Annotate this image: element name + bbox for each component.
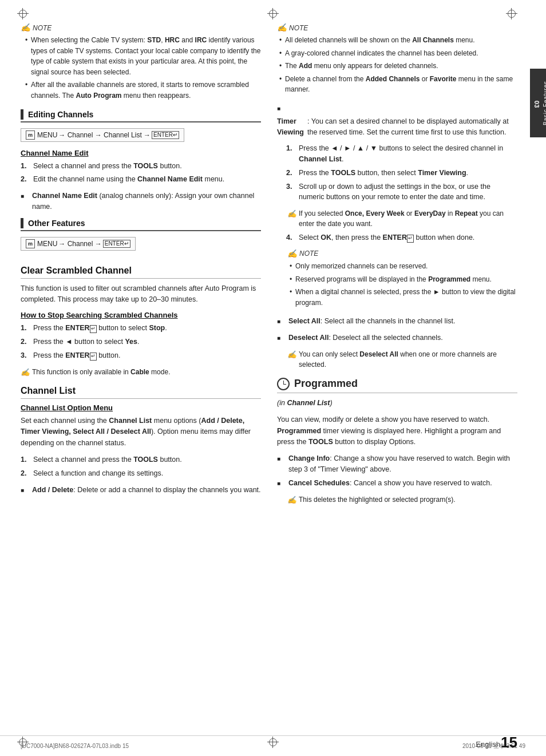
timer-viewing-list: Timer Viewing: You can set a desired cha… bbox=[277, 103, 517, 138]
programmed-body: You can view, modify or delete a show yo… bbox=[277, 414, 517, 448]
footer-left-text: [UC7000-NA]BN68-02627A-07L03.indb 15 bbox=[21, 743, 129, 749]
clear-scrambled-section: Clear Scrambled Channel This function is… bbox=[21, 266, 261, 378]
note-sym-2: ✍ bbox=[287, 208, 296, 220]
timer-step-1: 1. Press the ◄ / ► / ▲ / ▼ buttons to se… bbox=[286, 143, 517, 165]
other-features-header: Other Features bbox=[21, 218, 261, 231]
page: 03 Basic Features ✍ NOTE When selecting … bbox=[0, 0, 546, 756]
note-icon: ✍ bbox=[21, 23, 30, 33]
channel-list-option-body: Set each channel using the Channel List … bbox=[21, 415, 261, 449]
top-center-crosshair bbox=[267, 8, 279, 19]
note-sym-1: ✍ bbox=[21, 367, 30, 378]
channel-list-steps: 1. Select a channel and press the TOOLS … bbox=[21, 454, 261, 479]
other-features-arrow: → Channel → bbox=[58, 240, 101, 248]
timer-viewing-item: Timer Viewing: You can set a desired cha… bbox=[277, 103, 517, 138]
programmed-header: Programmed bbox=[277, 378, 517, 393]
timer-step-2: 2. Press the TOOLS button, then select T… bbox=[286, 168, 517, 179]
channel-list-step-2: 2. Select a function and change its sett… bbox=[21, 468, 261, 479]
main-content: ✍ NOTE When selecting the Cable TV syste… bbox=[0, 0, 546, 526]
clear-scrambled-title: Clear Scrambled Channel bbox=[21, 266, 261, 279]
select-all-item: Select All: Select all the channels in t… bbox=[277, 316, 517, 327]
top-left-crosshair bbox=[17, 8, 29, 19]
timer-note-item2: Reserved programs will be displayed in t… bbox=[290, 274, 517, 285]
clock-icon bbox=[277, 378, 290, 390]
timer-step-4: 4. Select OK, then press the ENTER↵ butt… bbox=[286, 232, 517, 243]
menu-icon: m bbox=[26, 130, 35, 140]
footer-language: English bbox=[476, 740, 500, 749]
channel-list-title: Channel List bbox=[21, 386, 261, 399]
clear-scrambled-steps: 1. Press the ENTER↵ button to select Sto… bbox=[21, 323, 261, 361]
timer-note-header: ✍ NOTE bbox=[287, 249, 517, 259]
editing-channels-header: Editing Channels bbox=[21, 109, 261, 122]
editing-channels-steps: 1. Select a channel and press the TOOLS … bbox=[21, 161, 261, 185]
programmed-bullets: Change Info: Change a show you have rese… bbox=[277, 453, 517, 488]
channel-name-edit-heading: Channel Name Edit bbox=[21, 149, 261, 157]
cancel-schedules-note: ✍ This deletes the highlighted or select… bbox=[277, 494, 517, 506]
deselect-all-list: Deselect All: Deselect all the selected … bbox=[277, 333, 517, 343]
editing-channels-title: Editing Channels bbox=[28, 110, 93, 119]
other-features-menu-text: MENU bbox=[37, 240, 57, 248]
cancel-schedules-item: Cancel Schedules: Cancel a show you have… bbox=[277, 478, 517, 489]
right-note1-header: ✍ NOTE bbox=[277, 23, 517, 33]
enter-icon-2: ENTER↵ bbox=[103, 240, 130, 248]
timer-note: ✍ NOTE Only memorized channels can be re… bbox=[277, 249, 517, 308]
menu-icon-2: m bbox=[26, 239, 35, 248]
note-sym-4: ✍ bbox=[287, 494, 296, 506]
clear-scrambled-body: This function is used to filter out scra… bbox=[21, 283, 261, 306]
channel-list-bullets: Add / Delete: Delete or add a channel to… bbox=[21, 485, 261, 496]
timer-step4-list: 4. Select OK, then press the ENTER↵ butt… bbox=[277, 232, 517, 243]
deselect-all-note: ✍ You can only select Deselect All when … bbox=[277, 349, 517, 370]
right-note1-item2: A gray-colored channel indicates the cha… bbox=[279, 48, 517, 59]
right-note1-list: All deleted channels will be shown on th… bbox=[277, 35, 517, 95]
channel-name-edit-note-list: Channel Name Edit (analog channels only)… bbox=[21, 191, 261, 212]
left-note1-item1: When selecting the Cable TV system: STD,… bbox=[25, 35, 261, 77]
left-column: ✍ NOTE When selecting the Cable TV syste… bbox=[21, 23, 261, 509]
left-note1-item2: After all the available channels are sto… bbox=[25, 80, 261, 101]
editing-step-2: 2. Edit the channel name using the Chann… bbox=[21, 174, 261, 185]
clear-scrambled-step-3: 3. Press the ENTER↵ button. bbox=[21, 350, 261, 361]
change-info-item: Change Info: Change a show you have rese… bbox=[277, 453, 517, 475]
clear-scrambled-note: ✍ This function is only available in Cab… bbox=[21, 367, 261, 378]
left-note1-list: When selecting the Cable TV system: STD,… bbox=[21, 35, 261, 101]
editing-channels-arrow1: → Channel → Channel List → bbox=[58, 131, 151, 139]
section-bar-2 bbox=[21, 218, 23, 228]
left-note1-header: ✍ NOTE bbox=[21, 23, 261, 33]
editing-channels-menu-text: MENU bbox=[37, 131, 57, 139]
other-features-menu-path: m MENU → Channel → ENTER↵ bbox=[21, 237, 136, 251]
right-note1-item3: The Add menu only appears for deleted ch… bbox=[279, 61, 517, 72]
channel-name-edit-note: Channel Name Edit (analog channels only)… bbox=[21, 191, 261, 212]
right-note1: ✍ NOTE All deleted channels will be show… bbox=[277, 23, 517, 95]
timer-note-item3: When a digital channel is selected, pres… bbox=[290, 287, 517, 308]
channel-list-option-heading: Channel List Option Menu bbox=[21, 403, 261, 412]
footer: [UC7000-NA]BN68-02627A-07L03.indb 15 201… bbox=[0, 735, 546, 756]
timer-step3-note: ✍ If you selected Once, Every Week or Ev… bbox=[277, 208, 517, 229]
right-note1-item1: All deleted channels will be shown on th… bbox=[279, 35, 517, 46]
select-all-list: Select All: Select all the channels in t… bbox=[277, 316, 517, 327]
timer-note-list: Only memorized channels can be reserved.… bbox=[287, 261, 517, 308]
note-icon-timer: ✍ bbox=[287, 249, 297, 259]
clear-scrambled-step-2: 2. Press the ◄ button to select Yes. bbox=[21, 337, 261, 347]
channel-list-step-1: 1. Select a channel and press the TOOLS … bbox=[21, 454, 261, 465]
timer-viewing-steps: 1. Press the ◄ / ► / ▲ / ▼ buttons to se… bbox=[277, 143, 517, 203]
other-features-title: Other Features bbox=[28, 219, 85, 228]
timer-note-item1: Only memorized channels can be reserved. bbox=[290, 261, 517, 272]
left-note1-title: NOTE bbox=[33, 24, 52, 32]
editing-step-1: 1. Select a channel and press the TOOLS … bbox=[21, 161, 261, 172]
programmed-subtitle: (in Channel List) bbox=[277, 398, 517, 409]
timer-step-3: 3. Scroll up or down to adjust the setti… bbox=[286, 181, 517, 203]
how-to-stop-heading: How to Stop Searching Scrambled Channels bbox=[21, 311, 261, 319]
chapter-number: 03 bbox=[533, 100, 540, 108]
channel-list-section: Channel List Channel List Option Menu Se… bbox=[21, 386, 261, 495]
page-number: 15 bbox=[501, 734, 517, 751]
timer-note-title: NOTE bbox=[299, 250, 318, 258]
enter-icon: ENTER↵ bbox=[152, 131, 179, 139]
note-icon-right: ✍ bbox=[277, 23, 287, 33]
deselect-all-item: Deselect All: Deselect all the selected … bbox=[277, 333, 517, 343]
section-bar bbox=[21, 109, 23, 120]
right-note1-title: NOTE bbox=[289, 24, 308, 32]
programmed-section: Programmed (in Channel List) You can vie… bbox=[277, 378, 517, 505]
left-note1: ✍ NOTE When selecting the Cable TV syste… bbox=[21, 23, 261, 101]
editing-channels-menu-path: m MENU → Channel → Channel List → ENTER↵ bbox=[21, 128, 184, 142]
add-delete-item: Add / Delete: Delete or add a channel to… bbox=[21, 485, 261, 496]
note-sym-3: ✍ bbox=[287, 349, 296, 361]
chapter-title: Basic Features bbox=[543, 81, 546, 125]
